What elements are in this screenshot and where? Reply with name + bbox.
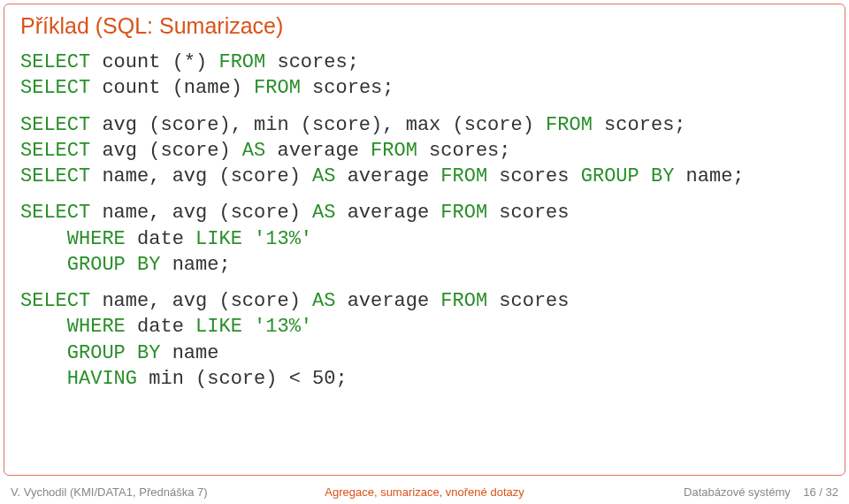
kw-from: FROM [218,51,265,73]
sql-block-1: SELECT count (*) FROM scores; SELECT cou… [20,50,829,102]
code-text: date [126,228,195,250]
kw-as: AS [312,165,335,187]
code-indent [20,228,67,250]
kw-group-by: GROUP BY [67,342,161,364]
kw-select: SELECT [20,290,90,312]
kw-where: WHERE [67,228,126,250]
code-text: name, avg (score) [90,165,312,187]
sql-block-2: SELECT avg (score), min (score), max (sc… [20,112,829,190]
code-text: average [265,140,371,162]
code-indent [20,368,67,390]
kw-from: FROM [546,114,593,136]
kw-from: FROM [440,290,487,312]
code-text [242,316,254,338]
code-text: scores [487,290,569,312]
kw-like: LIKE [195,316,242,338]
sql-block-4: SELECT name, avg (score) AS average FROM… [20,288,829,392]
code-text: scores [487,202,569,224]
code-indent [20,316,67,338]
code-text: avg (score), min (score), max (score) [90,114,546,136]
slide-title: Příklad (SQL: Sumarizace) [20,13,829,39]
kw-from: FROM [254,77,301,99]
footer-right-label: Databázové systémy [684,485,791,499]
code-text: name, avg (score) [90,290,312,312]
code-text: name [160,342,218,364]
code-text: scores [487,165,581,187]
code-text: scores; [593,114,686,136]
kw-select: SELECT [20,77,90,99]
kw-from: FROM [440,202,487,224]
code-text: count (name) [90,77,254,99]
code-text: average [335,290,440,312]
footer-title: Agregace, sumarizace, vnořené dotazy [287,485,562,499]
kw-group-by: GROUP BY [67,254,161,276]
string-literal: '13%' [254,228,312,250]
code-text: name; [160,254,230,276]
kw-from: FROM [371,140,417,162]
footer-page: Databázové systémy 16 / 32 [562,485,838,499]
kw-select: SELECT [20,140,90,162]
slide-frame: Příklad (SQL: Sumarizace) SELECT count (… [4,4,845,476]
footline: V. Vychodil (KMI/DATA1, Přednáška 7) Agr… [0,479,849,504]
code-text: count (*) [90,51,218,73]
code-text: average [335,202,440,224]
kw-select: SELECT [20,165,90,187]
code-indent [20,254,67,276]
footer-author: V. Vychodil (KMI/DATA1, Přednáška 7) [11,485,287,499]
code-text: avg (score) [90,140,242,162]
code-indent [20,342,67,364]
kw-as: AS [312,202,335,224]
kw-select: SELECT [20,202,90,224]
footer-page-number: 16 / 32 [803,485,838,499]
kw-group-by: GROUP BY [581,165,675,187]
code-text: scores; [417,140,511,162]
kw-as: AS [242,140,265,162]
kw-select: SELECT [20,51,90,73]
string-literal: '13%' [254,316,312,338]
code-text: scores; [265,51,359,73]
kw-from: FROM [440,165,487,187]
code-text [242,228,254,250]
kw-as: AS [312,290,335,312]
sql-block-3: SELECT name, avg (score) AS average FROM… [20,200,829,278]
code-text: name, avg (score) [90,202,312,224]
kw-like: LIKE [195,228,242,250]
kw-select: SELECT [20,114,90,136]
code-text: min (score) < 50; [137,368,348,390]
code-text: date [126,316,195,338]
code-text: scores; [301,77,394,99]
kw-having: HAVING [67,368,137,390]
kw-where: WHERE [67,316,126,338]
code-text: name; [674,165,744,187]
code-text: average [335,165,440,187]
